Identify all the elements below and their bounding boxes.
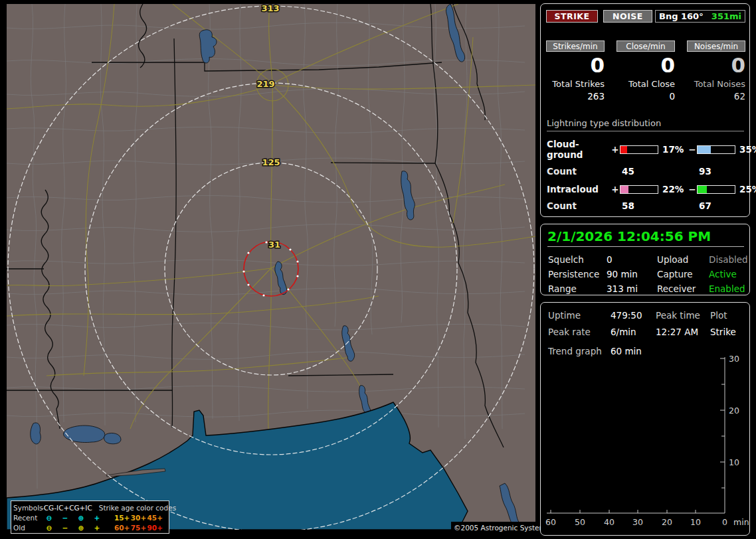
- y-tick-10: 10: [729, 457, 739, 467]
- lightning-distribution: Lightning type distribution Cloud-ground…: [547, 118, 744, 211]
- x-tick-0: 0: [722, 517, 727, 527]
- age-90: 90+: [147, 524, 163, 532]
- legend-col-pos-cg: +CG: [63, 504, 79, 512]
- chart-tick-labels: 30 20 10 60 50 40 30 20 10 0 min: [545, 354, 749, 527]
- x-tick-30: 30: [632, 517, 643, 527]
- noises-per-min-chip: Noises/min: [687, 40, 745, 52]
- total-close-label: Total Close: [616, 79, 675, 89]
- cg-minus-bar: [697, 145, 735, 154]
- cg-plus-bar-fill: [620, 146, 627, 153]
- legend-col-neg-ic: -IC: [54, 504, 63, 512]
- x-tick-60: 60: [545, 517, 556, 527]
- copyright-text: ©2005 Astrogenic Systems: [451, 522, 535, 534]
- uptime-value: 479:50: [611, 310, 656, 321]
- age-15: 15+: [114, 514, 130, 522]
- bearing-label: Bng 160°: [659, 11, 704, 21]
- squelch-value: 0: [607, 254, 657, 265]
- noises-rate-value: 0: [687, 54, 745, 76]
- legend-recent-label: Recent: [13, 514, 41, 522]
- plus-sign: +: [611, 184, 620, 194]
- upload-status: Disabled: [709, 254, 748, 265]
- cloud-ground-count-row: Count 45 93: [547, 166, 744, 177]
- close-counter: Close/min 0 Total Close 0: [616, 40, 675, 102]
- chart-axes: [547, 357, 725, 513]
- minus-sign: −: [688, 144, 697, 155]
- legend-recent-row: Recent ⊖ − ⊕ + 15+ 30+ 45+: [13, 512, 167, 522]
- total-strikes-value: 263: [546, 91, 605, 102]
- strikes-rate-value: 0: [546, 54, 605, 76]
- pos-ic-old-icon: +: [89, 524, 105, 532]
- ic-plus-bar: [620, 185, 658, 194]
- peak-rate-value: 6/min: [611, 327, 656, 337]
- cg-minus-count: 93: [697, 166, 735, 177]
- cg-plus-bar: [620, 145, 658, 154]
- peak-rate-label: Peak rate: [548, 327, 611, 337]
- age-60: 60+: [114, 524, 130, 532]
- x-tick-50: 50: [575, 517, 585, 527]
- count-label: Count: [547, 166, 611, 177]
- total-noises-label: Total Noises: [687, 79, 745, 89]
- age-30: 30+: [131, 514, 146, 522]
- rate-counters: Strikes/min 0 Total Strikes 263 Close/mi…: [546, 40, 744, 102]
- y-tick-20: 20: [729, 406, 739, 416]
- squelch-label: Squelch: [548, 254, 607, 265]
- cloud-ground-label: Cloud-ground: [547, 139, 611, 160]
- legend-header-row: Symbols -CG -IC +CG +IC Strike age color…: [13, 502, 167, 512]
- cg-minus-pct: 35%: [735, 144, 756, 155]
- cg-plus-pct: 17%: [658, 144, 688, 155]
- app-root: { "map": { "ring_labels": { "r313": "313…: [0, 0, 756, 539]
- legend-age-header: Strike age color codes: [92, 504, 176, 512]
- receiver-label: Receiver: [657, 283, 709, 294]
- persistence-value: 90 min: [607, 269, 657, 279]
- legend-col-pos-ic: +IC: [79, 504, 92, 512]
- strike-mode-button[interactable]: STRIKE: [546, 10, 598, 23]
- y-tick-30: 30: [729, 354, 739, 364]
- trend-graph-chart: 30 20 10 60 50 40 30 20 10 0 min: [541, 348, 750, 534]
- upload-label: Upload: [657, 254, 709, 265]
- noises-counter: Noises/min 0 Total Noises 62: [687, 40, 745, 102]
- ring-label-125: 125: [262, 157, 280, 167]
- age-75: 75+: [131, 524, 146, 532]
- receiver-status: Enabled: [709, 283, 748, 294]
- ring-label-313: 313: [261, 4, 279, 13]
- uptime-label: Uptime: [548, 310, 611, 321]
- intracloud-label: Intracloud: [547, 184, 611, 194]
- minus-sign: −: [688, 184, 697, 194]
- range-value: 313 mi: [607, 283, 657, 294]
- age-45: 45+: [147, 514, 163, 522]
- persistence-label: Persistence: [548, 269, 607, 279]
- ic-minus-bar-fill: [698, 186, 707, 193]
- plus-sign: +: [611, 144, 620, 155]
- datetime-display: 2/1/2026 12:04:56 PM: [547, 228, 744, 247]
- neg-cg-old-icon: ⊖: [41, 524, 57, 532]
- pos-ic-recent-icon: +: [89, 514, 105, 522]
- range-label: Range: [548, 283, 607, 294]
- lightning-map[interactable]: 313 219 125 31 Symbols -CG -IC +CG +IC S…: [7, 4, 535, 530]
- neg-cg-recent-icon: ⊖: [41, 514, 57, 522]
- peak-time-value: 12:27 AM: [656, 327, 710, 337]
- capture-status: Active: [709, 269, 748, 279]
- cg-minus-bar-fill: [698, 146, 711, 153]
- ic-minus-count: 67: [697, 200, 735, 211]
- legend-old-ages: 60+ 75+ 90+: [105, 524, 167, 532]
- ring-label-219: 219: [256, 79, 274, 89]
- capture-label: Capture: [657, 269, 709, 279]
- status-panel: 2/1/2026 12:04:56 PM Squelch 0 Upload Di…: [540, 224, 750, 295]
- noise-mode-button[interactable]: NOISE: [603, 10, 652, 23]
- intracloud-count-row: Count 58 67: [547, 200, 744, 211]
- ic-plus-count: 58: [620, 200, 658, 211]
- legend-old-label: Old: [13, 524, 41, 532]
- plot-value: Strike: [710, 327, 744, 337]
- bearing-readout: Bng 160° 351mi: [655, 10, 745, 23]
- ic-plus-pct: 22%: [658, 184, 688, 194]
- legend-symbols-header: Symbols: [13, 504, 41, 512]
- legend-old-row: Old ⊖ − ⊕ + 60+ 75+ 90+: [13, 522, 167, 532]
- map-canvas: 313 219 125 31: [7, 4, 535, 530]
- intracloud-row: Intracloud + 22% − 25%: [547, 184, 744, 194]
- cg-plus-count: 45: [620, 166, 658, 177]
- bearing-distance: 351mi: [711, 11, 741, 21]
- close-rate-value: 0: [616, 54, 675, 76]
- uptime-grid: Uptime 479:50 Peak time Plot Peak rate 6…: [548, 310, 744, 337]
- ic-minus-pct: 25%: [735, 184, 756, 194]
- neg-ic-old-icon: −: [57, 524, 73, 532]
